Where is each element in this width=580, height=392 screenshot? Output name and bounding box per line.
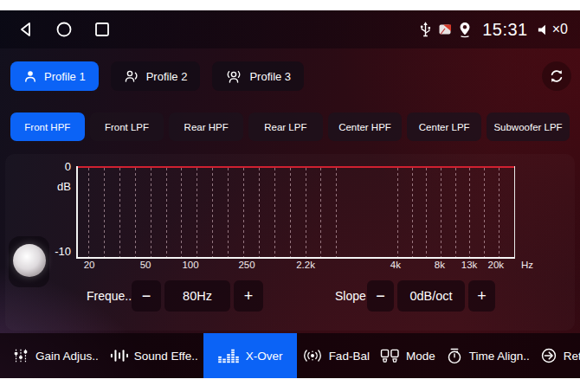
gridline bbox=[412, 168, 413, 257]
profile-label: Profile 1 bbox=[44, 70, 86, 83]
sd-card-icon bbox=[439, 24, 451, 35]
response-curve bbox=[78, 166, 514, 168]
volume-muted-icon[interactable]: ×0 bbox=[537, 22, 568, 37]
sound-effects-icon bbox=[109, 347, 128, 364]
gridline bbox=[426, 168, 427, 257]
nav-label: Fad-Bal bbox=[329, 350, 370, 363]
nav-x-over[interactable]: X-Over bbox=[203, 333, 297, 378]
nav-sound-effects[interactable]: Sound Effe.. bbox=[104, 333, 203, 378]
x-axis-ticks: Hz 20501002502.2k4k8k13k20k bbox=[76, 260, 512, 273]
x-tick-label: 8k bbox=[435, 260, 445, 270]
tab-center-hpf[interactable]: Center HPF bbox=[328, 112, 403, 141]
gridline bbox=[290, 168, 291, 257]
gridline bbox=[135, 168, 136, 257]
recents-icon[interactable] bbox=[93, 21, 111, 38]
nav-label: Gain Adjus.. bbox=[35, 350, 99, 363]
head-unit-screen: 15:31 ×0 Profile 1 bbox=[0, 10, 580, 378]
profile-label: Profile 3 bbox=[249, 70, 291, 83]
nav-return[interactable]: Return bbox=[535, 333, 580, 378]
tab-subwoofer-lpf[interactable]: Subwoofer LPF bbox=[487, 112, 570, 141]
frequency-value: 80Hz bbox=[164, 280, 230, 312]
gridline bbox=[336, 168, 337, 257]
gridline bbox=[88, 168, 89, 257]
slope-minus-button[interactable]: − bbox=[367, 280, 394, 312]
fader-balance-icon bbox=[302, 347, 323, 364]
gridline bbox=[166, 168, 167, 257]
person-wave-icon bbox=[124, 69, 139, 83]
x-tick-label: 4k bbox=[390, 260, 401, 270]
gridline bbox=[181, 168, 182, 257]
frequency-label: Freque.. bbox=[87, 280, 132, 312]
gridline bbox=[274, 168, 275, 257]
tab-center-lpf[interactable]: Center LPF bbox=[407, 112, 481, 141]
status-indicators: 15:31 ×0 bbox=[419, 20, 580, 40]
knob-circle bbox=[13, 244, 46, 277]
profile-3-button[interactable]: Profile 3 bbox=[212, 61, 304, 91]
x-axis-unit-label: Hz bbox=[521, 260, 533, 270]
profile-label: Profile 2 bbox=[146, 70, 188, 83]
nav-gain-adjust[interactable]: Gain Adjus.. bbox=[7, 333, 104, 378]
tab-label: Subwoofer LPF bbox=[493, 122, 562, 132]
x-tick-label: 2.2k bbox=[296, 260, 315, 270]
nav-fad-bal[interactable]: Fad-Bal bbox=[297, 333, 375, 378]
equalizer-icon bbox=[217, 347, 240, 364]
gridline bbox=[320, 168, 321, 257]
clock: 15:31 bbox=[482, 20, 528, 40]
nav-label: Mode bbox=[406, 350, 435, 363]
x-tick-label: 250 bbox=[238, 260, 255, 270]
slope-value: 0dB/oct bbox=[397, 280, 465, 312]
android-nav-buttons bbox=[0, 21, 111, 38]
plot-area[interactable] bbox=[76, 166, 515, 259]
location-pin-icon bbox=[458, 22, 472, 38]
slope-plus-button[interactable]: + bbox=[468, 280, 495, 312]
tab-label: Rear HPF bbox=[184, 122, 229, 132]
nav-time-align[interactable]: Time Align.. bbox=[441, 333, 535, 378]
y-axis-max-label: 0 bbox=[48, 160, 71, 173]
person-waves-icon bbox=[225, 69, 242, 83]
gain-sliders-icon bbox=[12, 347, 29, 364]
frequency-plus-button[interactable]: + bbox=[234, 280, 263, 312]
gridline bbox=[397, 168, 398, 257]
gridline bbox=[469, 168, 470, 257]
y-axis-unit-label: dB bbox=[48, 180, 71, 193]
gridline bbox=[151, 168, 151, 257]
x-tick-label: 20 bbox=[84, 260, 95, 270]
nav-label: Time Align.. bbox=[469, 350, 530, 363]
return-arrow-icon bbox=[540, 347, 557, 364]
gridline bbox=[259, 168, 260, 257]
person-icon bbox=[23, 69, 37, 83]
tab-front-lpf[interactable]: Front LPF bbox=[90, 112, 164, 141]
nav-label: Return bbox=[564, 350, 580, 363]
frequency-minus-button[interactable]: − bbox=[132, 280, 161, 312]
profile-row: Profile 1 Profile 2 Profile bbox=[10, 61, 571, 92]
nav-label: Sound Effe.. bbox=[134, 350, 198, 363]
gridline bbox=[104, 168, 105, 257]
crossover-filter-tabs: Front HPF Front LPF Rear HPF Rear LPF Ce… bbox=[10, 112, 570, 141]
gridline bbox=[119, 168, 120, 257]
gridline bbox=[499, 168, 499, 257]
gridline bbox=[243, 168, 244, 257]
nav-label: X-Over bbox=[246, 350, 283, 363]
gridline bbox=[441, 168, 441, 257]
gridline bbox=[212, 168, 213, 257]
profile-1-button[interactable]: Profile 1 bbox=[10, 61, 99, 91]
crossover-controls: Freque.. − 80Hz + Slope − 0dB/oct + bbox=[0, 280, 580, 312]
tab-rear-hpf[interactable]: Rear HPF bbox=[169, 112, 243, 141]
home-icon[interactable] bbox=[55, 21, 73, 38]
back-icon[interactable] bbox=[17, 21, 35, 38]
reset-refresh-button[interactable] bbox=[542, 61, 571, 91]
gridline bbox=[484, 168, 485, 257]
nav-mode[interactable]: Mode bbox=[375, 333, 441, 378]
stopwatch-icon bbox=[446, 347, 463, 364]
tab-rear-lpf[interactable]: Rear LPF bbox=[248, 112, 323, 141]
x-tick-label: 100 bbox=[182, 260, 198, 270]
tab-front-hpf[interactable]: Front HPF bbox=[10, 112, 85, 141]
gridline bbox=[197, 168, 197, 257]
tab-label: Rear LPF bbox=[264, 122, 306, 132]
x-tick-label: 50 bbox=[140, 260, 151, 270]
speaker-mode-icon bbox=[380, 348, 400, 364]
profile-2-button[interactable]: Profile 2 bbox=[111, 61, 201, 91]
bottom-nav-bar: Gain Adjus.. Sound Effe.. bbox=[0, 333, 580, 378]
tab-label: Front HPF bbox=[24, 122, 70, 132]
tab-label: Front LPF bbox=[105, 122, 149, 132]
